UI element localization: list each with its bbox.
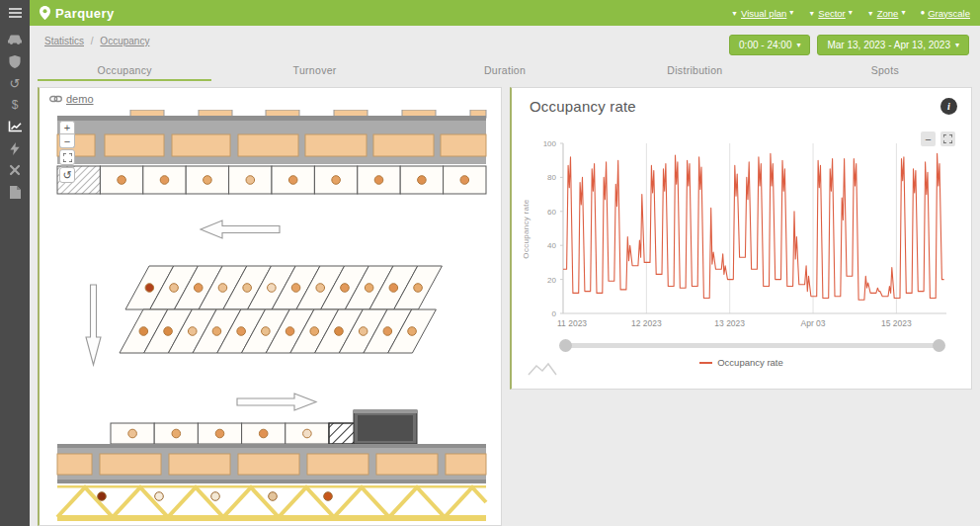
menu-visual-plan[interactable]: ▼ Visual plan ▾ [731, 8, 793, 19]
sidebar-item-history[interactable]: ↺ [0, 72, 30, 94]
parking-spot-dot [316, 284, 325, 293]
parking-spot-dot [98, 492, 107, 501]
tab-duration[interactable]: Duration [410, 57, 600, 83]
slider-handle-right[interactable] [933, 339, 945, 352]
parking-spot-dot [243, 284, 252, 293]
sidebar: ↺ $ [0, 0, 30, 526]
arrow-right [237, 394, 316, 410]
parking-spot-dot [418, 176, 427, 185]
parking-spot-dot [218, 284, 227, 293]
parking-spot-dot [268, 284, 277, 293]
chart-watermark-icon [528, 361, 557, 377]
hamburger-icon [9, 8, 22, 18]
document-icon [10, 186, 21, 199]
chart-collapse-button[interactable]: − [921, 132, 936, 146]
sidebar-item-tools[interactable] [0, 159, 30, 181]
parking-spot-dot [262, 327, 271, 336]
parking-spot-dot [155, 492, 164, 501]
panel-title: Occupancy rate [530, 98, 636, 115]
parking-spot-dot [303, 429, 312, 438]
y-tick-label: 0 [552, 309, 557, 318]
parking-row-diagonal-upper [125, 266, 442, 309]
time-range-button[interactable]: 0:00 - 24:00 ▾ [729, 35, 810, 55]
tab-bar: Occupancy Turnover Duration Distribution… [30, 57, 980, 83]
sidebar-item-billing[interactable]: $ [0, 94, 30, 116]
filter-buttons: 0:00 - 24:00 ▾ Mar 13, 2023 - Apr 13, 20… [729, 35, 969, 55]
top-menu: ▼ Visual plan ▾ ▼ Sector ▾ ▼ Zone ▾ ● Gr… [731, 8, 970, 19]
tab-occupancy[interactable]: Occupancy [30, 57, 219, 83]
car-icon [8, 34, 23, 45]
y-tick-label: 80 [547, 173, 556, 182]
x-tick-label: 15 2023 [881, 318, 912, 328]
buildings-top [57, 134, 486, 156]
shield-icon [9, 55, 21, 68]
zoom-out-button[interactable]: − [59, 134, 75, 148]
menu-grayscale[interactable]: ● Grayscale [920, 8, 970, 19]
breadcrumb-statistics[interactable]: Statistics [44, 36, 84, 46]
sidebar-item-menu[interactable] [0, 0, 30, 26]
parking-spot-dot [460, 176, 469, 185]
top-bar: Parquery ▼ Visual plan ▾ ▼ Sector ▾ ▼ Zo… [30, 0, 980, 26]
parking-spot-dot [288, 176, 297, 185]
breadcrumb-occupancy[interactable]: Occupancy [100, 36, 149, 46]
tab-distribution[interactable]: Distribution [600, 57, 789, 83]
info-icon[interactable]: i [940, 98, 957, 115]
chart-line-icon [8, 121, 23, 132]
map-zoom-controls: + − [59, 121, 75, 148]
parking-spot-dot [215, 429, 224, 438]
sidebar-item-vehicles[interactable] [0, 29, 30, 50]
parking-spot-dot [291, 284, 300, 293]
zoom-in-button[interactable]: + [59, 121, 75, 134]
parking-spot-dot [172, 429, 181, 438]
y-tick-label: 100 [543, 139, 557, 148]
chart-fullscreen-button[interactable] [940, 132, 955, 146]
parking-spot-dot [188, 327, 197, 336]
occupancy-chart[interactable]: 02040608010011 202312 202313 2023Apr 031… [518, 135, 964, 333]
parking-spot-dot [212, 327, 221, 336]
filter-icon: ▼ [867, 10, 874, 17]
parking-spot-dot [286, 327, 294, 336]
map-fullscreen-button[interactable] [59, 149, 75, 165]
bottom-road-band [57, 444, 486, 483]
tab-spots[interactable]: Spots [790, 57, 980, 83]
demo-link[interactable]: demo [49, 93, 94, 105]
parking-spot-dot [204, 176, 212, 185]
parking-spot-dot [170, 284, 179, 293]
caret-down-icon: ▾ [901, 9, 905, 17]
parking-spot-dot [139, 327, 148, 336]
history-icon: ↺ [10, 77, 21, 90]
date-range-button[interactable]: Mar 13, 2023 - Apr 13, 2023 ▾ [817, 35, 969, 55]
map-reset-button[interactable]: ↺ [59, 167, 75, 183]
time-range-slider [559, 340, 945, 352]
sidebar-item-statistics[interactable] [0, 116, 30, 137]
sidebar-nav: ↺ $ [0, 29, 30, 203]
slider-handle-left[interactable] [559, 339, 572, 352]
caret-down-icon: ▾ [849, 9, 853, 17]
parking-spot-dot [164, 327, 173, 336]
parking-row-bottom [111, 423, 329, 444]
x-tick-label: 13 2023 [714, 318, 745, 328]
x-tick-label: 11 2023 [557, 318, 587, 328]
parking-spot-dot [194, 284, 203, 293]
parking-row-diagonal-lower [120, 309, 436, 353]
parking-map[interactable] [40, 110, 500, 526]
parking-row-top [57, 166, 486, 194]
sidebar-item-reports[interactable] [0, 181, 30, 203]
brand-name: Parquery [55, 6, 115, 21]
y-tick-label: 20 [547, 276, 556, 285]
menu-zone[interactable]: ▼ Zone ▾ [867, 8, 906, 19]
sidebar-item-events[interactable] [0, 137, 30, 159]
parking-spot-dot [237, 327, 246, 336]
parking-spot-dot [246, 176, 255, 185]
chart-legend: Occupancy rate [512, 357, 971, 368]
map-pin-icon [40, 6, 50, 20]
tab-turnover[interactable]: Turnover [219, 57, 409, 83]
menu-sector[interactable]: ▼ Sector ▾ [808, 8, 852, 19]
slider-track[interactable] [563, 343, 941, 348]
arrow-left [201, 220, 280, 238]
occupancy-rate-panel: Occupancy rate i − Occupancy rate 020406… [510, 87, 972, 390]
brand: Parquery [40, 6, 115, 21]
caret-down-icon: ▾ [796, 42, 800, 49]
parking-spot-dot [408, 327, 417, 336]
sidebar-item-security[interactable] [0, 50, 30, 72]
